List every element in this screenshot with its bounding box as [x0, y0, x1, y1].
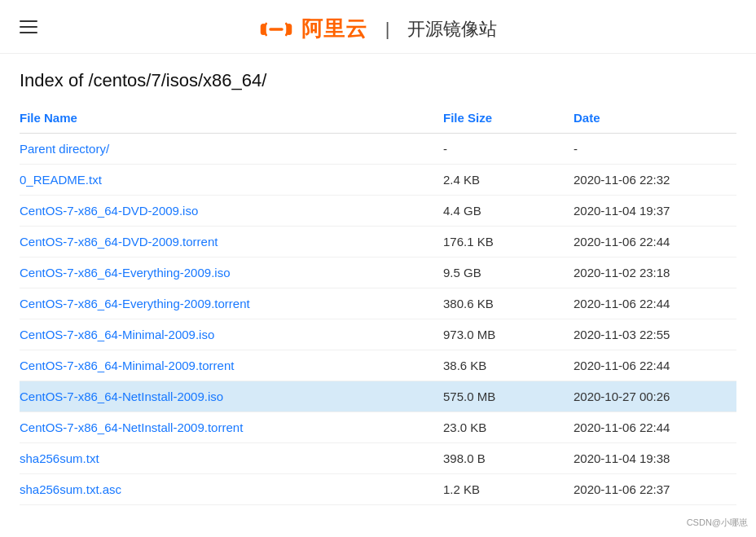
- file-link[interactable]: CentOS-7-x86_64-Everything-2009.torrent: [20, 297, 250, 310]
- aliyun-logo-icon: [259, 16, 293, 42]
- file-size-cell: 398.0 B: [443, 443, 574, 474]
- file-link[interactable]: sha256sum.txt.asc: [20, 482, 121, 496]
- header-logo: 阿里云 | 开源镜像站: [259, 15, 498, 43]
- file-name-cell: 0_README.txt: [20, 165, 443, 196]
- file-link[interactable]: CentOS-7-x86_64-NetInstall-2009.torrent: [20, 420, 243, 434]
- table-row: 0_README.txt2.4 KB2020-11-06 22:32: [20, 165, 736, 196]
- table-row: CentOS-7-x86_64-Everything-2009.torrent3…: [20, 288, 736, 319]
- file-link[interactable]: CentOS-7-x86_64-DVD-2009.torrent: [20, 235, 218, 249]
- file-name-cell: sha256sum.txt.asc: [20, 474, 443, 505]
- file-date-cell: 2020-11-04 19:38: [574, 443, 736, 474]
- file-name-cell: sha256sum.txt: [20, 443, 443, 474]
- file-name-cell: CentOS-7-x86_64-DVD-2009.iso: [20, 196, 443, 227]
- file-size-cell: 2.4 KB: [443, 165, 574, 196]
- file-date-cell: -: [574, 134, 736, 165]
- file-name-cell: CentOS-7-x86_64-NetInstall-2009.torrent: [20, 412, 443, 443]
- file-date-cell: 2020-11-06 22:37: [574, 474, 736, 505]
- file-table: File Name File Size Date Parent director…: [20, 104, 736, 505]
- header: 阿里云 | 开源镜像站: [0, 0, 756, 54]
- file-date-cell: 2020-11-06 22:32: [574, 165, 736, 196]
- file-date-cell: 2020-11-06 22:44: [574, 227, 736, 257]
- file-date-cell: 2020-11-03 22:55: [574, 319, 736, 350]
- logo-separator: |: [385, 19, 390, 40]
- table-row: CentOS-7-x86_64-Everything-2009.iso9.5 G…: [20, 257, 736, 288]
- file-date-cell: 2020-11-06 22:44: [574, 350, 736, 381]
- file-date-cell: 2020-11-06 22:44: [574, 288, 736, 319]
- file-date-cell: 2020-10-27 00:26: [574, 381, 736, 412]
- watermark: CSDN@小哪崽: [687, 517, 748, 529]
- file-name-cell: CentOS-7-x86_64-Everything-2009.iso: [20, 257, 443, 288]
- page-title: Index of /centos/7/isos/x86_64/: [20, 70, 736, 91]
- file-link[interactable]: CentOS-7-x86_64-Minimal-2009.torrent: [20, 359, 234, 372]
- file-link[interactable]: CentOS-7-x86_64-Minimal-2009.iso: [20, 328, 214, 341]
- file-size-cell: 1.2 KB: [443, 474, 574, 505]
- file-link[interactable]: CentOS-7-x86_64-NetInstall-2009.iso: [20, 390, 223, 403]
- table-row: CentOS-7-x86_64-Minimal-2009.torrent38.6…: [20, 350, 736, 381]
- svg-rect-2: [269, 28, 284, 31]
- file-link[interactable]: Parent directory/: [20, 142, 109, 156]
- file-name-cell: CentOS-7-x86_64-DVD-2009.torrent: [20, 227, 443, 257]
- table-row: CentOS-7-x86_64-DVD-2009.torrent176.1 KB…: [20, 227, 736, 257]
- hamburger-line-1: [20, 20, 37, 22]
- file-name-cell: CentOS-7-x86_64-Minimal-2009.iso: [20, 319, 443, 350]
- file-name-cell: CentOS-7-x86_64-NetInstall-2009.iso: [20, 381, 443, 412]
- hamburger-line-2: [20, 26, 37, 28]
- file-link[interactable]: CentOS-7-x86_64-Everything-2009.iso: [20, 266, 230, 280]
- file-name-cell: Parent directory/: [20, 134, 443, 165]
- file-size-cell: 575.0 MB: [443, 381, 574, 412]
- table-row: CentOS-7-x86_64-NetInstall-2009.torrent2…: [20, 412, 736, 443]
- hamburger-line-3: [20, 32, 37, 33]
- file-size-cell: 9.5 GB: [443, 257, 574, 288]
- col-header-name: File Name: [20, 104, 443, 134]
- table-row: sha256sum.txt.asc1.2 KB2020-11-06 22:37: [20, 474, 736, 505]
- file-size-cell: 176.1 KB: [443, 227, 574, 257]
- table-row: CentOS-7-x86_64-DVD-2009.iso4.4 GB2020-1…: [20, 196, 736, 227]
- logo-brand-text: 阿里云: [301, 15, 367, 43]
- hamburger-menu[interactable]: [16, 17, 41, 37]
- file-size-cell: 973.0 MB: [443, 319, 574, 350]
- file-size-cell: -: [443, 134, 574, 165]
- logo-service-text: 开源镜像站: [407, 17, 497, 42]
- file-date-cell: 2020-11-02 23:18: [574, 257, 736, 288]
- file-date-cell: 2020-11-06 22:44: [574, 412, 736, 443]
- main-content: Index of /centos/7/isos/x86_64/ File Nam…: [0, 54, 756, 522]
- file-link[interactable]: CentOS-7-x86_64-DVD-2009.iso: [20, 204, 198, 218]
- table-header-row: File Name File Size Date: [20, 104, 736, 134]
- file-size-cell: 380.6 KB: [443, 288, 574, 319]
- file-name-cell: CentOS-7-x86_64-Minimal-2009.torrent: [20, 350, 443, 381]
- col-header-size: File Size: [443, 104, 574, 134]
- file-date-cell: 2020-11-04 19:37: [574, 196, 736, 227]
- table-row: sha256sum.txt398.0 B2020-11-04 19:38: [20, 443, 736, 474]
- col-header-date: Date: [574, 104, 736, 134]
- file-size-cell: 4.4 GB: [443, 196, 574, 227]
- table-row: CentOS-7-x86_64-Minimal-2009.iso973.0 MB…: [20, 319, 736, 350]
- file-size-cell: 38.6 KB: [443, 350, 574, 381]
- file-link[interactable]: sha256sum.txt: [20, 451, 99, 465]
- table-row: CentOS-7-x86_64-NetInstall-2009.iso575.0…: [20, 381, 736, 412]
- file-size-cell: 23.0 KB: [443, 412, 574, 443]
- file-link[interactable]: 0_README.txt: [20, 173, 102, 187]
- table-row: Parent directory/--: [20, 134, 736, 165]
- file-name-cell: CentOS-7-x86_64-Everything-2009.torrent: [20, 288, 443, 319]
